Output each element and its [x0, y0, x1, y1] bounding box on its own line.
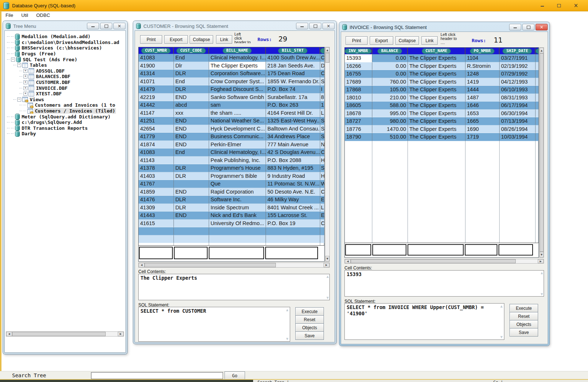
scroll-up-icon[interactable]: ▲ — [500, 305, 503, 308]
close-button[interactable]: × — [113, 23, 125, 29]
table-cell[interactable]: University Of Redmo... — [209, 220, 266, 228]
table-cell[interactable]: Hyck Development C... — [209, 125, 266, 133]
scrollbar-thumb[interactable] — [12, 332, 106, 336]
scroll-up-icon[interactable]: ▲ — [540, 48, 544, 53]
table-cell[interactable]: 1665 — [465, 117, 500, 125]
plus-expander-icon[interactable]: + — [23, 92, 28, 96]
table-cell[interactable]: END — [174, 141, 209, 149]
table-cell[interactable]: R.Stromin — [465, 62, 500, 70]
column-header-bill_strt[interactable]: BILL_STRT — [266, 47, 320, 54]
customer-titlebar[interactable]: CUSTOMER - Browsing SQL Statement × — [133, 21, 336, 30]
maximize-button[interactable] — [309, 23, 321, 29]
table-cell[interactable]: Inside Spectrum — [209, 204, 266, 212]
column-header-balance[interactable]: BALANCE — [372, 48, 408, 54]
maximize-button[interactable] — [551, 0, 567, 11]
tree-item[interactable]: BHSServices (c:\bhsservices) — [5, 45, 125, 51]
table-cell[interactable]: 41083 — [139, 148, 174, 157]
table-cell-partial[interactable]: C — [320, 54, 324, 62]
scrollbar-thumb[interactable] — [145, 263, 276, 267]
table-cell[interactable]: 1487 — [465, 94, 500, 102]
edit-cell[interactable] — [174, 247, 208, 259]
table-cell[interactable]: Balltown And Consau... — [266, 125, 320, 133]
table-cell-partial[interactable]: L — [320, 204, 324, 212]
tree-item[interactable]: Drugs (Free) — [5, 51, 125, 57]
scroll-up-icon[interactable]: ▲ — [541, 271, 543, 275]
table-cell[interactable]: 1470.00 — [372, 125, 408, 133]
scroll-down-icon[interactable]: ▼ — [325, 256, 329, 261]
execute-button[interactable]: Execute — [510, 304, 538, 312]
menu-odbc[interactable]: ODBC — [32, 12, 54, 19]
scroll-up-icon[interactable]: ▲ — [286, 308, 288, 312]
table-cell-partial[interactable] — [536, 102, 538, 110]
plus-expander-icon[interactable]: + — [23, 69, 28, 73]
tree-item[interactable]: c:\medalion\DrivesAndMedallions.ad — [5, 40, 125, 45]
table-cell[interactable]: 0.00 — [372, 54, 408, 62]
edit-row[interactable] — [139, 245, 324, 261]
table-cell-partial[interactable] — [536, 94, 538, 102]
table-cell[interactable]: 02/19/1992 — [500, 62, 536, 70]
table-cell[interactable]: The Clipper Experts — [408, 110, 465, 118]
menu-util[interactable]: Util — [17, 12, 32, 19]
table-cell-partial[interactable] — [536, 78, 538, 86]
table-cell[interactable]: 41779 — [139, 133, 174, 141]
scroll-left-icon[interactable]: ◀ — [345, 259, 351, 263]
table-cell[interactable]: 4164 Forest Hill Dr. — [266, 109, 320, 117]
table-cell[interactable]: 883 N Hyden, #195 — [266, 164, 320, 172]
table-cell[interactable]: 175 Dean Road — [266, 70, 320, 78]
table-cell[interactable]: DLR — [174, 172, 209, 180]
table-cell-partial[interactable]: C — [320, 70, 324, 78]
table-cell-partial[interactable]: S — [320, 117, 324, 125]
edit-cell[interactable] — [408, 244, 464, 256]
table-cell[interactable]: Peak Publishing, Inc. — [209, 157, 266, 165]
table-cell[interactable] — [139, 227, 174, 235]
save-button[interactable]: Save — [510, 328, 538, 337]
table-cell[interactable]: END — [174, 188, 209, 196]
table-cell[interactable]: 0.00 — [372, 70, 408, 78]
table-cell[interactable]: 0.00 — [372, 62, 408, 70]
table-cell[interactable]: 41083 — [139, 54, 174, 62]
table-cell-partial[interactable] — [320, 227, 324, 235]
table-cell[interactable]: DLR — [174, 85, 209, 93]
table-cell[interactable]: 155 Lacrosse St. — [266, 212, 320, 220]
table-cell[interactable]: DLR — [174, 70, 209, 78]
table-cell[interactable]: P.O. Box 74 — [266, 85, 320, 93]
table-cell[interactable]: 17868 — [345, 86, 372, 94]
table-cell[interactable]: 07/29/1992 — [500, 70, 536, 78]
table-cell[interactable]: 588.00 — [372, 102, 408, 110]
table-cell[interactable]: 777 Main Avenue — [266, 141, 320, 149]
table-cell[interactable]: 105.00 — [372, 86, 408, 94]
table-cell-partial[interactable]: C — [320, 220, 324, 228]
table-cell[interactable]: 18727 — [345, 117, 372, 125]
table-cell[interactable]: 41403 — [139, 172, 174, 180]
table-cell-partial[interactable]: S — [320, 133, 324, 141]
table-cell[interactable]: End — [174, 148, 209, 157]
table-cell[interactable]: 03/27/1991 — [500, 54, 536, 62]
edit-cell[interactable] — [372, 244, 406, 256]
export-button[interactable]: Export — [370, 36, 393, 45]
scroll-left-icon[interactable]: ◀ — [6, 332, 12, 336]
table-cell[interactable] — [209, 235, 266, 243]
export-button[interactable]: Export — [164, 35, 188, 44]
table-cell[interactable]: 41476 — [139, 196, 174, 204]
table-cell-partial[interactable]: H — [320, 157, 324, 165]
table-cell[interactable]: 41147 — [139, 109, 174, 117]
column-header-cust_code[interactable]: CUST_CODE — [174, 47, 209, 54]
minimize-button[interactable] — [296, 23, 308, 29]
table-cell[interactable]: The Clipper Experts — [408, 117, 465, 125]
invoice-titlebar[interactable]: INVOICE - Browsing SQL Statement × — [339, 22, 549, 32]
table-cell-partial[interactable] — [536, 86, 538, 94]
minus-expander-icon[interactable]: − — [17, 63, 21, 67]
column-header-bill_name[interactable]: BILL_NAME — [209, 47, 266, 54]
horizontal-scrollbar[interactable]: ◀ ▶ — [138, 262, 330, 268]
table-cell[interactable]: Programmer's House — [209, 164, 266, 172]
scroll-down-icon[interactable]: ▼ — [286, 337, 288, 341]
table-cell[interactable] — [174, 235, 209, 243]
table-cell[interactable]: 34 Andrews Place — [266, 133, 320, 141]
table-cell[interactable]: 980.00 — [372, 117, 408, 125]
scroll-up-icon[interactable]: ▲ — [326, 275, 329, 278]
tree-item[interactable]: +CUSTOMER.DBF — [5, 80, 125, 85]
search-tree-input[interactable] — [91, 372, 223, 379]
table-cell[interactable]: 50 Desoto Ave. N.E. — [266, 188, 320, 196]
table-cell-partial[interactable] — [536, 117, 538, 125]
edit-cell[interactable] — [209, 247, 264, 259]
